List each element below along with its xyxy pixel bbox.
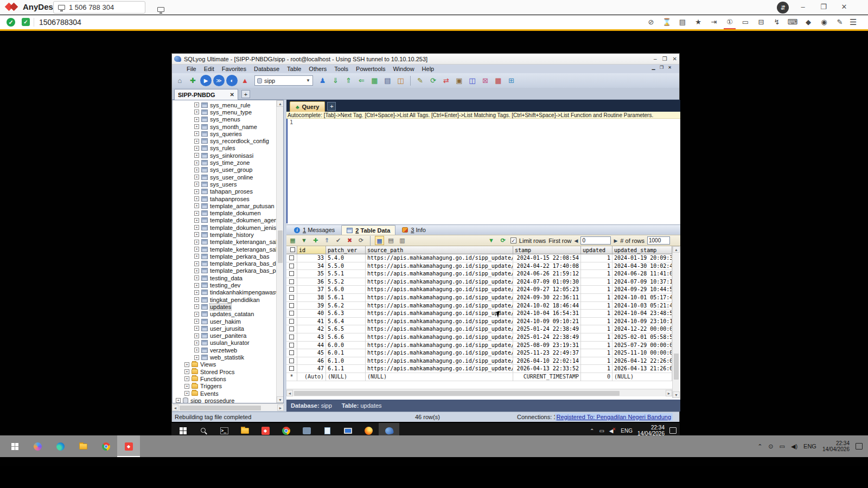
cell-patch_ver[interactable]: 5.6.6 <box>326 333 366 342</box>
first-row-next-icon[interactable]: ▶ <box>614 238 617 243</box>
file-explorer[interactable] <box>72 435 94 457</box>
schema-designer-icon[interactable]: ▦ <box>493 75 504 86</box>
insert-cell[interactable]: * <box>286 373 297 381</box>
column-header-patch_ver[interactable]: patch_ver <box>326 246 366 254</box>
session-tab[interactable]: 1 506 788 304 <box>53 1 145 14</box>
restore-database-icon[interactable]: ⇑ <box>343 75 354 86</box>
cell-id[interactable]: 37 <box>297 286 326 294</box>
insert-row-icon[interactable]: ✚ <box>311 236 320 245</box>
connection-stats-icon[interactable]: ▤ <box>677 17 688 28</box>
tree-vertical-scrollbar[interactable]: ▲ ▼ <box>276 100 283 403</box>
tree-item-table[interactable]: +tingkat_pendidikan <box>174 296 283 303</box>
expand-icon[interactable]: + <box>184 362 189 367</box>
chrome-app[interactable] <box>94 435 117 457</box>
minimize-button[interactable]: – <box>795 1 810 13</box>
expand-icon[interactable]: + <box>194 290 199 295</box>
tree-item-table[interactable]: +sys_menus <box>174 116 283 123</box>
table-row[interactable]: 476.1.1https://apis.mahkamahagung.go.id/… <box>286 365 672 373</box>
expand-icon[interactable]: + <box>194 102 199 107</box>
expand-icon[interactable]: + <box>176 398 181 403</box>
expand-icon[interactable]: + <box>194 348 199 352</box>
cell-stamp[interactable]: 2024-09-30 22:36:11 <box>513 294 581 302</box>
sqlyog-minimize-button[interactable]: – <box>654 56 657 62</box>
duplicate-row-icon[interactable]: ⇑ <box>322 236 331 245</box>
language-indicator[interactable]: ENG <box>803 443 816 450</box>
tree-item-database[interactable]: +sipp_prossedure <box>174 397 283 403</box>
cell-stamp[interactable]: 2025-01-24 22:38:49 <box>513 333 581 342</box>
cell-stamp[interactable]: 2026-04-10 22:02:14 <box>513 357 581 365</box>
data-compare-icon[interactable]: ⇄ <box>441 75 452 86</box>
insert-cell[interactable]: (NULL) <box>366 373 513 381</box>
expand-icon[interactable]: + <box>194 326 199 331</box>
menu-icon[interactable]: ☰ <box>850 17 857 27</box>
cell-updated[interactable]: 1 <box>581 357 612 365</box>
keyboard-icon[interactable]: ⌨ <box>787 17 798 28</box>
row-checkbox[interactable] <box>286 333 297 342</box>
filter-icon[interactable]: ▼ <box>487 236 496 245</box>
cell-updated_stamp[interactable]: 2024-12-22 00:00:00 <box>612 325 672 333</box>
table-row[interactable]: 365.5.2https://apis.mahkamahagung.go.id/… <box>286 278 672 286</box>
cell-source_path[interactable]: https://apis.mahkamahagung.go.id/sipp_up… <box>366 262 513 271</box>
grid-view-icon[interactable]: ▦ <box>375 236 384 245</box>
expand-icon[interactable]: + <box>194 218 199 223</box>
cell-stamp[interactable]: 2024-10-02 18:46:44 <box>513 302 581 310</box>
import-data-icon[interactable]: ⇐ <box>356 75 367 86</box>
tab-info[interactable]: 3 Info <box>397 225 431 235</box>
cell-updated_stamp[interactable]: 2024-10-09 23:10:14 <box>612 318 672 326</box>
tree-item-table[interactable]: +updates <box>174 303 283 310</box>
form-view-icon[interactable]: ▥ <box>398 236 407 245</box>
checkbox-icon[interactable] <box>289 279 294 284</box>
cell-stamp[interactable]: 2025-01-24 22:38:49 <box>513 325 581 333</box>
expand-icon[interactable]: + <box>194 225 199 230</box>
table-row[interactable]: 456.0.1https://apis.mahkamahagung.go.id/… <box>286 349 672 357</box>
grid-vertical-scrollbar[interactable]: ▲ ▼ <box>672 246 680 398</box>
save-changes-icon[interactable]: ✔ <box>334 236 343 245</box>
expand-icon[interactable]: + <box>194 275 199 280</box>
tray-chevron-icon[interactable]: ⌃ <box>590 428 594 434</box>
cell-patch_ver[interactable]: 5.5.1 <box>326 270 366 278</box>
cell-patch_ver[interactable]: 6.0.1 <box>326 349 366 357</box>
cell-stamp[interactable]: 2025-08-09 23:19:31 <box>513 342 581 350</box>
tree-item-table[interactable]: +tindakanhakimpengawasweb <box>174 289 283 296</box>
table-row[interactable]: 385.6.1https://apis.mahkamahagung.go.id/… <box>286 294 672 302</box>
record-session-icon[interactable]: ◉ <box>819 17 829 28</box>
job-scheduler-icon[interactable]: ◫ <box>467 75 478 86</box>
expand-icon[interactable]: + <box>194 254 199 259</box>
cell-patch_ver[interactable]: 5.6.5 <box>326 325 366 333</box>
cell-updated[interactable]: 1 <box>581 365 612 373</box>
cell-patch_ver[interactable]: 6.1.0 <box>326 357 366 365</box>
camera-indicator-icon[interactable]: ⊙ <box>768 443 773 450</box>
row-checkbox[interactable] <box>286 294 297 302</box>
cell-updated_stamp[interactable]: 2026-04-12 22:26:04 <box>612 357 672 365</box>
cell-updated[interactable]: 1 <box>581 349 612 357</box>
cell-patch_ver[interactable]: 6.0.0 <box>326 342 366 350</box>
cell-patch_ver[interactable]: 5.6.0 <box>326 286 366 294</box>
insert-cell[interactable]: (NULL) <box>612 373 672 381</box>
row-checkbox[interactable] <box>286 349 297 357</box>
row-checkbox[interactable] <box>286 286 297 294</box>
monitor-1-icon[interactable]: ① <box>724 17 735 28</box>
execute-all-queries-icon[interactable]: ≫ <box>213 75 225 86</box>
cell-source_path[interactable]: https://apis.mahkamahagung.go.id/sipp_up… <box>366 349 513 357</box>
table-row[interactable]: 435.6.6https://apis.mahkamahagung.go.id/… <box>286 333 672 342</box>
sqlyog-close-button[interactable]: ✕ <box>673 56 677 62</box>
expand-icon[interactable]: + <box>194 211 199 216</box>
create-table-icon[interactable]: ▤ <box>382 75 393 86</box>
connection-manager-icon[interactable]: ⌂ <box>174 75 186 86</box>
menu-tools[interactable]: Tools <box>330 65 352 73</box>
cell-id[interactable]: 36 <box>297 278 326 286</box>
row-checkbox[interactable] <box>286 325 297 333</box>
export-table-icon[interactable]: ▦ <box>369 75 380 86</box>
tree-item-table[interactable]: +sys_queries <box>174 130 283 137</box>
cell-updated[interactable]: 1 <box>581 325 612 333</box>
tree-item-table[interactable]: +template_dokumen <box>174 209 283 216</box>
tree-item-table[interactable]: +tahapanproses <box>174 195 283 202</box>
cell-patch_ver[interactable]: 6.1.1 <box>326 365 366 373</box>
language-indicator[interactable]: ENG <box>621 428 633 434</box>
cell-stamp[interactable]: 2024-10-09 09:10:21 <box>513 318 581 326</box>
insert-cell[interactable]: (NULL) <box>326 373 366 381</box>
cell-updated[interactable]: 1 <box>581 254 612 262</box>
cell-source_path[interactable]: https://apis.mahkamahagung.go.id/sipp_up… <box>366 325 513 333</box>
checkbox-icon[interactable] <box>289 271 294 276</box>
cell-source_path[interactable]: https://apis.mahkamahagung.go.id/sipp_up… <box>366 254 513 262</box>
